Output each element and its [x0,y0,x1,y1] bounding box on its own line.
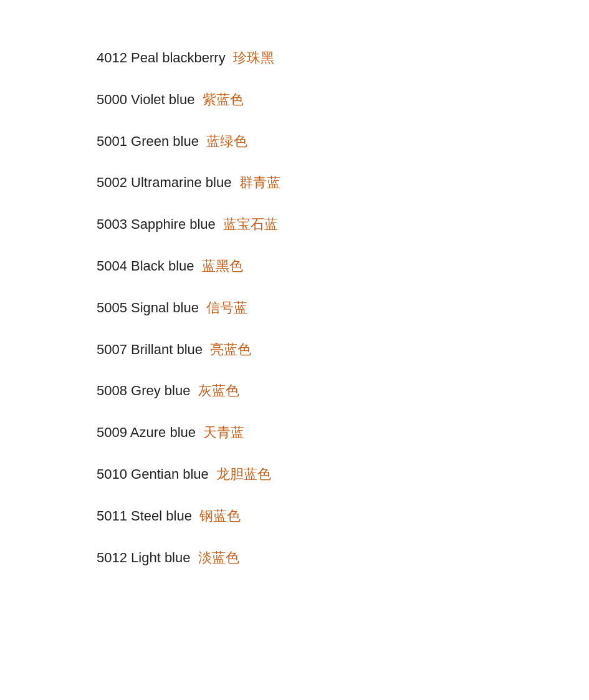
list-item: 5011 Steel blue 钢蓝色 [97,496,589,537]
color-name-cn: 紫蓝色 [203,92,244,107]
color-name-en: Signal blue [131,300,203,315]
list-item: 5010 Gentian blue 龙胆蓝色 [97,454,589,496]
list-item: 5000 Violet blue 紫蓝色 [97,79,589,121]
list-item: 5001 Green blue 蓝绿色 [97,121,589,163]
color-code: 5009 [97,424,130,440]
color-code: 5007 [97,342,131,357]
color-code: 5001 [97,133,131,149]
color-code: 5002 [97,175,131,190]
color-name-en: Grey blue [131,383,194,398]
list-item: 5007 Brillant blue 亮蓝色 [97,329,589,371]
color-name-en: Gentian blue [131,466,213,482]
color-code: 5011 [97,508,131,524]
color-name-cn: 蓝绿色 [206,133,247,149]
list-item: 5003 Sapphire blue 蓝宝石蓝 [97,204,589,246]
color-code: 5008 [97,383,131,398]
color-name-cn: 淡蓝色 [198,550,239,565]
color-name-cn: 蓝宝石蓝 [223,216,278,232]
color-name-cn: 蓝黑色 [202,258,243,274]
color-name-cn: 亮蓝色 [210,342,251,357]
list-item: 5009 Azure blue 天青蓝 [97,412,589,454]
color-name-cn: 龙胆蓝色 [216,466,271,482]
color-code: 5000 [97,92,131,107]
color-name-en: Green blue [131,133,203,149]
list-item: 4012 Peal blackberry 珍珠黑 [97,37,589,79]
color-name-en: Peal blackberry [131,50,229,65]
color-code: 5003 [97,216,131,232]
color-name-en: Azure blue [130,424,199,440]
color-name-cn: 天青蓝 [203,424,244,440]
color-code: 5005 [97,300,131,315]
color-name-en: Light blue [131,550,194,565]
color-code: 5004 [97,258,131,274]
color-name-en: Brillant blue [131,342,206,357]
color-code: 5012 [97,550,131,565]
color-name-cn: 灰蓝色 [198,383,239,398]
color-name-en: Ultramarine blue [131,175,236,190]
color-name-en: Violet blue [131,92,198,107]
color-name-cn: 信号蓝 [206,300,247,315]
color-list: 4012 Peal blackberry 珍珠黑5000 Violet blue… [0,0,589,616]
color-name-cn: 钢蓝色 [199,508,241,524]
list-item: 5005 Signal blue 信号蓝 [97,287,589,329]
color-name-en: Sapphire blue [131,216,219,232]
color-name-cn: 群青蓝 [239,175,280,190]
color-code: 5010 [97,466,131,482]
list-item: 5012 Light blue 淡蓝色 [97,537,589,579]
color-code: 4012 [97,50,131,65]
list-item: 5008 Grey blue 灰蓝色 [97,370,589,412]
color-name-cn: 珍珠黑 [233,50,274,65]
list-item: 5002 Ultramarine blue 群青蓝 [97,162,589,204]
list-item: 5004 Black blue 蓝黑色 [97,246,589,287]
color-name-en: Steel blue [131,508,196,524]
color-name-en: Black blue [131,258,198,274]
